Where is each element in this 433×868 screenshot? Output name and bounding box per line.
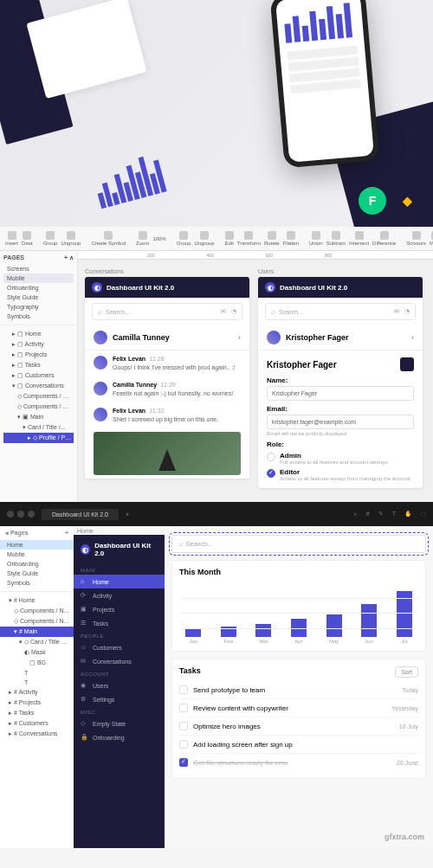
layer-item[interactable]: ▸ # Customers: [0, 718, 74, 729]
tasks-card: TasksSort Send prototype to teamTodayRev…: [171, 659, 426, 779]
search-input[interactable]: Search...✉◔: [92, 303, 242, 320]
chart-title: This Month: [179, 568, 418, 576]
layer-item[interactable]: ▸ ▢ Projects: [3, 350, 74, 360]
pen-tool-icon[interactable]: ✎: [378, 511, 384, 518]
page-item[interactable]: Screens: [3, 264, 74, 273]
conversation-header[interactable]: Camilla Tunney‹: [85, 325, 249, 350]
task-checkbox[interactable]: [179, 722, 188, 730]
mail-icon[interactable]: ✉: [221, 308, 226, 315]
name-field[interactable]: Kristopher Fager: [267, 386, 414, 401]
layer-item[interactable]: ◐ Mask: [0, 647, 74, 658]
role-option-admin[interactable]: AdminFull access to all features and acc…: [267, 452, 414, 465]
layer-item[interactable]: ▾ ▣ Main: [3, 412, 74, 422]
figma-page-item[interactable]: Home: [0, 540, 74, 550]
figma-canvas[interactable]: Home ◐Dashboard UI Kit 2.0 MAIN ⌂Home ⟳A…: [74, 526, 433, 848]
layer-item[interactable]: ▸ ▢ Tasks: [3, 360, 74, 370]
sidebar-item-users[interactable]: ◉Users: [74, 678, 165, 692]
text-tool-icon[interactable]: T: [392, 511, 396, 518]
task-checkbox[interactable]: [179, 704, 188, 712]
move-tool-icon[interactable]: ▹: [354, 511, 358, 518]
sketch-toolbar[interactable]: Insert Data Group Ungroup Create Symbol …: [0, 227, 433, 251]
sidebar-item-tasks[interactable]: ☰Tasks: [74, 616, 165, 630]
action-button[interactable]: [400, 357, 414, 371]
task-row[interactable]: Optimize hero images16 July: [179, 717, 418, 735]
figma-page-item[interactable]: Style Guide: [0, 569, 74, 578]
sidebar-item-home[interactable]: ⌂Home: [74, 575, 165, 588]
sidebar-item-settings[interactable]: ⚙Settings: [74, 692, 165, 706]
sketch-left-panel[interactable]: PAGES+ ∧ Screens Mobile Onboarding Style…: [0, 251, 78, 502]
search-input[interactable]: Search...✉◔: [265, 303, 416, 320]
page-item[interactable]: Symbols: [3, 312, 74, 321]
figma-page-item[interactable]: Mobile: [0, 550, 74, 559]
add-page-icon[interactable]: +: [65, 530, 68, 537]
chart-xlabel: Apr: [294, 639, 302, 644]
chevron-left-icon[interactable]: ‹: [411, 333, 414, 342]
task-row[interactable]: Review content with copywriterYesterday: [179, 698, 418, 717]
layer-item[interactable]: ◇ Components / Navigation...: [0, 606, 74, 616]
figma-tab[interactable]: Dashboard UI Kit 2.0: [42, 509, 119, 520]
task-row[interactable]: Get file structure ready for cms28 June: [179, 753, 418, 771]
chart-xlabel: Jun: [365, 639, 373, 644]
frame-tool-icon[interactable]: #: [366, 511, 370, 518]
add-page-icon[interactable]: + ∧: [64, 254, 74, 261]
mail-icon[interactable]: ✉: [394, 308, 399, 315]
chevron-left-icon[interactable]: ‹: [238, 333, 241, 342]
gear-icon: ⚙: [81, 696, 87, 703]
layer-item[interactable]: ▢ BG: [0, 658, 74, 668]
message-image: [94, 432, 241, 475]
layer-item-selected[interactable]: ▾ # Main: [0, 627, 74, 637]
role-option-editor[interactable]: EditorAccess to all features except from…: [267, 468, 414, 481]
sidebar-item-customers[interactable]: ☺Customers: [74, 640, 165, 654]
layer-item[interactable]: ▸ ▢ Customers: [3, 370, 74, 381]
dashboard-main: ⌕ Search... This Month JanFebMarAprMayJu…: [165, 535, 433, 848]
bell-icon[interactable]: ◔: [231, 308, 236, 315]
layer-item[interactable]: ◇ Components / Navigation /...: [3, 402, 74, 412]
page-item[interactable]: Style Guide: [3, 293, 74, 302]
figma-titlebar[interactable]: Dashboard UI Kit 2.0 + ▹ # ✎ T ✋ ◌: [0, 502, 433, 526]
task-text: Add loading screen after sign up: [193, 741, 293, 749]
layer-item[interactable]: ▾ # Home: [0, 595, 74, 606]
add-tab-icon[interactable]: +: [126, 511, 129, 518]
comment-tool-icon[interactable]: ◌: [421, 511, 426, 518]
page-item[interactable]: Onboarding: [3, 283, 74, 293]
hand-tool-icon[interactable]: ✋: [404, 511, 412, 518]
task-checkbox[interactable]: [179, 685, 188, 694]
task-text: Send prototype to team: [193, 686, 265, 694]
layer-item[interactable]: T: [0, 678, 74, 687]
sidebar-item-activity[interactable]: ⟳Activity: [74, 588, 165, 602]
task-checkbox[interactable]: [179, 758, 188, 767]
task-row[interactable]: Add loading screen after sign up: [179, 735, 418, 753]
sidebar-item-conversations[interactable]: ✉Conversations: [74, 654, 165, 668]
layer-item[interactable]: T: [0, 668, 74, 678]
task-checkbox[interactable]: [179, 740, 188, 749]
chart-bar: [326, 614, 342, 637]
sidebar-item-onboarding[interactable]: 🔒Onboarding: [74, 730, 165, 744]
sort-button[interactable]: Sort: [395, 666, 418, 678]
figma-page-item[interactable]: Symbols: [0, 578, 74, 588]
layer-item[interactable]: ◇ Components / Navigation /...: [3, 391, 74, 402]
layer-item[interactable]: ▸ ▢ Activity: [3, 339, 74, 350]
page-item[interactable]: Typography: [3, 302, 74, 312]
figma-page-item[interactable]: Onboarding: [0, 559, 74, 569]
bell-icon[interactable]: ◔: [404, 308, 410, 315]
layer-item[interactable]: ▸ ▢ Home: [3, 329, 74, 339]
layer-item[interactable]: ▸ # Activity: [0, 687, 74, 698]
layer-item-selected[interactable]: ▸ ◇ Profile / Profile #01: [3, 433, 74, 443]
layer-item[interactable]: ▸ # Projects: [0, 698, 74, 708]
page-item[interactable]: Mobile: [3, 273, 74, 283]
sidebar-item-projects[interactable]: ▣Projects: [74, 602, 165, 616]
email-field[interactable]: kristopher.fager@example.com: [267, 415, 414, 429]
layer-item[interactable]: ◇ Components / Navigation...: [0, 616, 74, 627]
layer-item[interactable]: ▸ # Conversations: [0, 729, 74, 739]
layer-item[interactable]: ▸ # Tasks: [0, 708, 74, 718]
layer-item[interactable]: ▾ ◇ Card / Title + Drop...: [0, 637, 74, 647]
traffic-lights[interactable]: [7, 511, 35, 518]
user-list-item[interactable]: Kristopher Fager‹: [258, 325, 423, 350]
task-row[interactable]: Send prototype to teamToday: [179, 681, 418, 698]
layer-item[interactable]: ▾ ▢ Conversations: [3, 381, 74, 391]
search-input[interactable]: ⌕ Search...: [171, 535, 426, 553]
sidebar-item-empty[interactable]: ◇Empty State: [74, 717, 165, 730]
sketch-canvas[interactable]: 200400600800 Conversations ◐Dashboard UI…: [78, 251, 433, 502]
layer-item[interactable]: ▾ Card / Title /...: [3, 422, 74, 433]
figma-left-panel[interactable]: ◂ Pages+ Home Mobile Onboarding Style Gu…: [0, 526, 74, 848]
